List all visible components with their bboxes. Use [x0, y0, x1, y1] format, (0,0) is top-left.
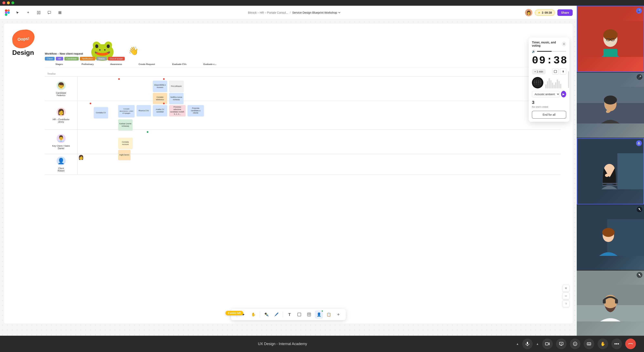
svg-rect-41: [639, 208, 640, 210]
meeting-bar: UX Design - Internal Academy ▲ ▲: [0, 336, 644, 352]
tag-scope: Out of scope: [108, 57, 125, 60]
indicator-dot: [163, 103, 165, 104]
svg-point-4: [7, 11, 10, 14]
zoom-controls: + − ?: [562, 285, 570, 307]
text-tool[interactable]: T: [286, 311, 294, 319]
fullscreen-timer-btn[interactable]: [552, 68, 558, 74]
mic-btn[interactable]: [522, 339, 533, 349]
meeting-title-area: UX Design - Internal Academy: [258, 342, 307, 346]
timer-button[interactable]: ★ 3 09:38: [535, 9, 555, 16]
maximize-btn[interactable]: [12, 1, 14, 4]
whiteboard: Oops! Design 🐸 👋 Workflow – New client r…: [4, 24, 573, 324]
figma-toolbar: Bitrock – HR – Portale Consul... / Servi…: [0, 6, 577, 19]
share-button[interactable]: Share: [558, 9, 573, 16]
tag-candidate: Candidate: [64, 57, 79, 60]
svg-rect-3: [5, 13, 7, 16]
toolbar-right: 👩 ★ 3 09:38 Share: [525, 9, 573, 16]
volume-row: 🔊: [532, 50, 566, 53]
mic-active-badge-3: [636, 140, 642, 146]
svg-rect-48: [639, 274, 640, 275]
play-music-btn[interactable]: ▶: [561, 91, 566, 97]
camera-arrow-btn[interactable]: ▲: [536, 342, 539, 346]
user-avatar[interactable]: 👩: [525, 9, 532, 16]
timer-panel: Timer, music, and voting × 🔊 09:38: [529, 37, 570, 122]
move-tool-btn[interactable]: [14, 9, 21, 16]
end-call-btn[interactable]: [625, 339, 636, 349]
close-btn[interactable]: [2, 1, 5, 4]
panel-scrollbar: [568, 71, 569, 88]
svg-rect-15: [554, 70, 556, 73]
video-tile-1: 🎤: [577, 6, 644, 72]
music-select[interactable]: Acoustic ambient: [532, 91, 560, 97]
timer-display: 09:38: [532, 55, 566, 66]
vinyl-record: [532, 77, 543, 88]
sticky-kanban: Kanban (nome richiesta): [118, 119, 132, 131]
captions-btn[interactable]: [584, 339, 594, 349]
sticky-analisi-cv: Analisi CV candidati: [153, 105, 167, 116]
svg-rect-22: [604, 49, 618, 57]
comment-btn[interactable]: [46, 9, 53, 16]
sticky-proposta: Proposta candidato a cliente: [188, 105, 204, 116]
svg-point-57: [576, 343, 576, 344]
screen-share-btn[interactable]: [556, 339, 566, 349]
meeting-title: UX Design - Internal Academy: [258, 342, 307, 346]
pen-tool[interactable]: ✒️: [262, 311, 271, 319]
vote-tool[interactable]: 👤: [315, 311, 323, 319]
hand-tool[interactable]: ✋: [249, 311, 258, 319]
mic-arrow-btn[interactable]: ▲: [516, 342, 519, 346]
mic-muted-badge-4: [637, 207, 642, 212]
indicator-dot: [163, 78, 165, 80]
svg-rect-11: [298, 313, 301, 316]
video-tile-4: [577, 205, 644, 270]
workflow-header: Workflow – New client request: [45, 52, 560, 55]
frame-btn[interactable]: [35, 9, 42, 16]
layers-btn[interactable]: [56, 9, 64, 16]
lane-label-hr: 👩 HR – ContributorJenny: [45, 101, 78, 129]
audio-visualization: [545, 77, 561, 88]
shape-tool[interactable]: [295, 311, 304, 319]
camera-btn[interactable]: [542, 339, 553, 349]
svg-rect-5: [37, 11, 38, 14]
voting-section: 3 No one's voted End for all: [532, 100, 566, 119]
votes-badge: 3 votes left: [226, 311, 243, 315]
help-btn[interactable]: ?: [562, 300, 570, 307]
zoom-in-btn[interactable]: +: [562, 285, 570, 292]
swim-lane-robert: 👤 ClientRobert 👩: [45, 154, 560, 175]
svg-rect-34: [638, 142, 639, 144]
vote-count: 3: [532, 100, 566, 105]
bottom-toolbar: 3 votes left ✋ ✒️ 🖊️ T: [231, 309, 346, 320]
toolbar-breadcrumb: Bitrock – HR – Portale Consul... / Servi…: [67, 11, 522, 14]
add-tool[interactable]: +: [334, 311, 342, 319]
sticky-contatta-cv: Contatta CV: [94, 107, 108, 118]
table-tool[interactable]: [305, 311, 313, 319]
lane-label-robert: 👤 ClientRobert: [45, 154, 78, 174]
add-minute-btn[interactable]: + 1 min: [532, 69, 546, 74]
zoom-out-btn[interactable]: −: [562, 293, 570, 300]
magic-btn[interactable]: [24, 9, 32, 16]
marker-tool[interactable]: 🖊️: [272, 311, 280, 319]
lane-content-hr: Contatta CV Compila descrizione / criter…: [78, 101, 560, 129]
workflow-stages: Stages Preliminary Awareness Create Requ…: [45, 63, 560, 67]
indicator-dot: [90, 103, 91, 104]
volume-slider[interactable]: [537, 51, 566, 52]
more-options-btn[interactable]: [612, 339, 622, 349]
minimize-btn[interactable]: [7, 1, 10, 4]
emoji-btn[interactable]: [570, 339, 580, 349]
timer-close-btn[interactable]: ×: [562, 41, 566, 46]
figma-logo: [4, 9, 10, 16]
tag-status: Status: [96, 57, 107, 60]
svg-rect-9: [59, 12, 61, 13]
lane-label-candidate: 👦 CandidateFederico: [45, 77, 78, 101]
music-select-row: Acoustic ambient ▶: [532, 90, 566, 97]
lane-content-client: Contatta Account Inglio lavoro: [78, 130, 560, 154]
end-for-all-btn[interactable]: End for all: [532, 111, 566, 119]
mac-titlebar: [0, 0, 644, 6]
canvas-area: Bitrock – HR – Portale Consul... / Servi…: [0, 6, 577, 336]
templates-tool[interactable]: 📋: [325, 311, 333, 319]
svg-rect-46: [615, 300, 618, 304]
page-name[interactable]: Service Design Blueprint Workshop: [292, 11, 341, 14]
raise-hand-btn[interactable]: ✋: [598, 339, 608, 349]
pause-timer-btn[interactable]: ⏸: [560, 68, 566, 74]
lane-label-client: 👨‍💼 Key Client / SalesDaniel: [45, 130, 78, 154]
svg-point-56: [574, 343, 575, 344]
